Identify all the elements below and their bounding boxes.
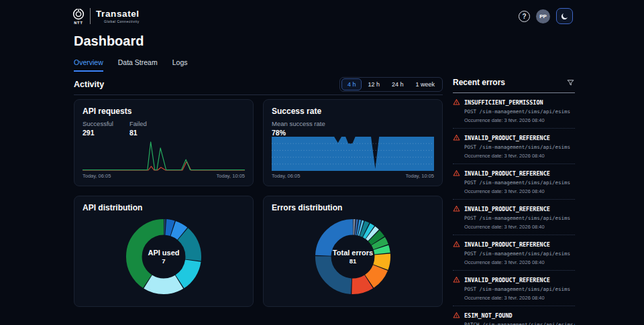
error-request: POST /sim-management/sims/api/esims — [464, 144, 575, 150]
success-rate-card: Success rate Mean success rate 78% Today… — [263, 99, 443, 186]
error-request: POST /sim-management/sims/api/esims — [464, 180, 575, 186]
warning-icon — [453, 134, 460, 141]
api-distribution-card: API distribution API used 7 — [74, 196, 254, 307]
brand-name: Transatel — [96, 9, 140, 19]
error-date: Occurrence date: 3 févr. 2026 08:40 — [464, 259, 575, 265]
api-distribution-donut — [124, 217, 203, 296]
ntt-mark: NTT — [72, 8, 85, 25]
x-axis-end: Today, 10:05 — [406, 173, 434, 179]
errors-distribution-donut — [313, 217, 392, 296]
stat-value: 81 — [129, 129, 147, 137]
error-code: ESIM_NOT_FOUND — [464, 312, 513, 319]
recent-errors-panel: Recent errors INSUFFICIENT_PERMISSIONPOS… — [453, 78, 575, 325]
x-axis-end: Today, 10:05 — [217, 173, 245, 179]
card-title: API distribution — [83, 203, 245, 212]
error-date: Occurrence date: 3 févr. 2026 08:40 — [464, 188, 575, 194]
error-code: INSUFFICIENT_PERMISSION — [464, 99, 543, 106]
warning-icon — [453, 241, 460, 248]
tab-data-stream[interactable]: Data Stream — [118, 58, 158, 72]
recent-errors-title: Recent errors — [453, 78, 505, 87]
errors-distribution-card: Errors distribution Total errors 81 — [263, 196, 443, 307]
card-title: Success rate — [272, 107, 434, 116]
error-item[interactable]: INSUFFICIENT_PERMISSIONPOST /sim-managem… — [453, 93, 575, 129]
error-request: POST /sim-management/sims/api/esims — [464, 251, 575, 257]
stat-value: 78% — [272, 129, 325, 137]
range-button-24h[interactable]: 24 h — [386, 78, 410, 90]
warning-icon — [453, 99, 460, 106]
activity-header: Activity 4 h12 h24 h1 week — [74, 77, 443, 92]
tab-bar: OverviewData StreamLogs — [74, 58, 188, 72]
activity-title: Activity — [74, 80, 104, 89]
range-button-1week[interactable]: 1 week — [409, 78, 441, 90]
failed-stat: Failed 81 — [129, 120, 147, 137]
error-code: INVALID_PRODUCT_REFERENCE — [464, 206, 550, 212]
stat-label: Successful — [83, 120, 113, 127]
ntt-logo-icon — [72, 8, 85, 20]
brand-tagline: Global Connectivity — [96, 19, 140, 23]
error-request: POST /sim-management/sims/api/esims — [464, 215, 575, 221]
x-axis-start: Today, 06:05 — [83, 173, 111, 179]
x-axis-start: Today, 06:05 — [272, 173, 300, 179]
error-request: POST /sim-management/sims/api/esims — [464, 286, 575, 292]
error-date: Occurrence date: 3 févr. 2026 08:40 — [464, 153, 575, 159]
tab-overview[interactable]: Overview — [74, 58, 103, 72]
page-title: Dashboard — [74, 34, 144, 49]
stat-label: Failed — [129, 120, 147, 127]
error-code: INVALID_PRODUCT_REFERENCE — [464, 170, 550, 177]
error-code: INVALID_PRODUCT_REFERENCE — [464, 241, 550, 248]
activity-divider — [74, 94, 443, 95]
error-code: INVALID_PRODUCT_REFERENCE — [464, 277, 550, 283]
error-list: INSUFFICIENT_PERMISSIONPOST /sim-managem… — [453, 93, 575, 325]
warning-icon — [453, 312, 460, 319]
mean-success-stat: Mean success rate 78% — [272, 120, 325, 137]
error-code: INVALID_PRODUCT_REFERENCE — [464, 135, 550, 141]
filter-icon[interactable] — [566, 78, 575, 87]
range-button-12h[interactable]: 12 h — [362, 78, 386, 90]
error-request: POST /sim-management/sims/api/esims — [464, 109, 575, 115]
brand-divider — [90, 8, 91, 24]
top-bar: NTT Transatel Global Connectivity ? PP — [72, 5, 573, 27]
brand-logo[interactable]: NTT Transatel Global Connectivity — [72, 8, 140, 25]
successful-stat: Successful 291 — [83, 120, 113, 137]
error-item[interactable]: INVALID_PRODUCT_REFERENCEPOST /sim-manag… — [453, 200, 575, 235]
ntt-label: NTT — [74, 21, 83, 25]
card-title: Errors distribution — [272, 203, 434, 212]
success-rate-chart — [272, 137, 434, 171]
error-item[interactable]: INVALID_PRODUCT_REFERENCEPOST /sim-manag… — [453, 271, 575, 306]
range-button-4h[interactable]: 4 h — [341, 78, 362, 90]
error-date: Occurrence date: 3 févr. 2026 08:40 — [464, 224, 575, 230]
api-requests-card: API requests Successful 291 Failed 81 To… — [74, 99, 254, 186]
activity-grid: API requests Successful 291 Failed 81 To… — [74, 99, 443, 307]
card-title: API requests — [83, 107, 245, 116]
warning-icon — [453, 205, 460, 212]
time-range-selector: 4 h12 h24 h1 week — [339, 77, 443, 92]
error-date: Occurrence date: 3 févr. 2026 08:40 — [464, 295, 575, 301]
tab-logs[interactable]: Logs — [172, 58, 188, 72]
error-item[interactable]: ESIM_NOT_FOUNDPATCH /sim-management/sims… — [453, 306, 575, 325]
error-date: Occurrence date: 3 févr. 2026 08:40 — [464, 117, 575, 123]
avatar[interactable]: PP — [536, 9, 550, 23]
error-item[interactable]: INVALID_PRODUCT_REFERENCEPOST /sim-manag… — [453, 129, 575, 164]
stat-label: Mean success rate — [272, 120, 325, 127]
moon-icon — [560, 12, 569, 21]
error-item[interactable]: INVALID_PRODUCT_REFERENCEPOST /sim-manag… — [453, 164, 575, 200]
stat-value: 291 — [83, 129, 113, 137]
warning-icon — [453, 276, 460, 283]
api-requests-chart — [83, 137, 245, 171]
error-item[interactable]: INVALID_PRODUCT_REFERENCEPOST /sim-manag… — [453, 235, 575, 271]
help-button[interactable]: ? — [519, 11, 530, 22]
warning-icon — [453, 170, 460, 177]
error-request: PATCH /sim-management/sims/api/esims/si… — [464, 322, 575, 325]
dark-mode-toggle[interactable] — [556, 8, 573, 24]
